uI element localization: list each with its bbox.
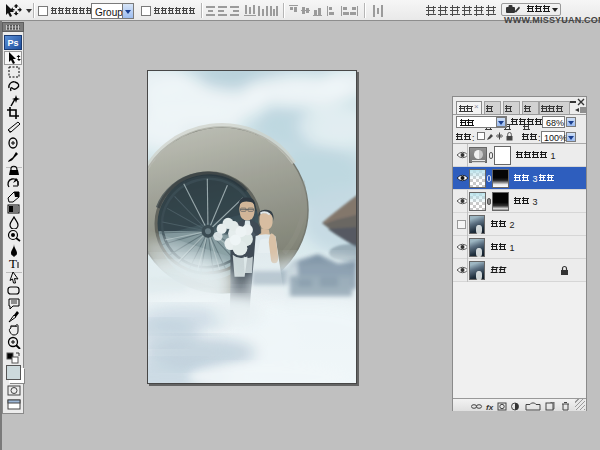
svg-text:T: T — [9, 257, 17, 270]
svg-text:fx: fx — [486, 403, 494, 411]
